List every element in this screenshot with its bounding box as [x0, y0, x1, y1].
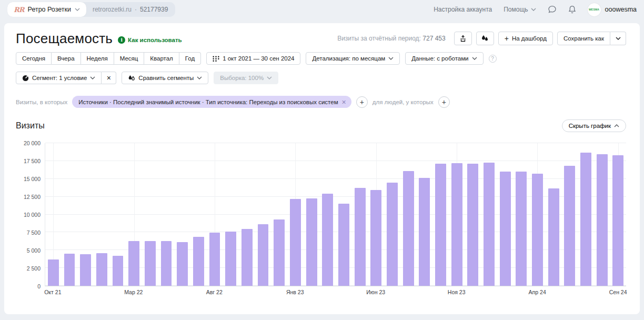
bar[interactable]	[500, 172, 511, 286]
period-preset-button-5[interactable]: Год	[179, 52, 201, 65]
sampling-button[interactable]: Выборка: 100%	[214, 72, 278, 84]
bar[interactable]	[209, 233, 220, 286]
period-preset-button-3[interactable]: Месяц	[114, 52, 145, 65]
x-tick-label: Сен 24	[609, 289, 627, 295]
counter-meta: retrorozetki.ru · 52177939	[86, 6, 175, 13]
bar[interactable]	[451, 163, 462, 286]
date-range-button[interactable]: 1 окт 2021 — 30 сен 2024	[206, 52, 300, 65]
bar[interactable]	[193, 237, 204, 286]
bar[interactable]	[48, 259, 59, 286]
hide-chart-button[interactable]: Скрыть график	[562, 119, 626, 132]
segment-button[interactable]: Сегмент: 1 условие	[16, 72, 102, 84]
bar-slot	[513, 143, 529, 286]
bar-slot	[223, 143, 239, 286]
bar[interactable]	[338, 204, 349, 286]
chevron-down-icon	[388, 57, 394, 60]
y-axis: 02 5005 0007 50010 00012 50015 00017 500…	[16, 143, 45, 286]
bar[interactable]	[580, 153, 591, 286]
bar[interactable]	[370, 190, 381, 286]
compare-segments-button[interactable]: Сравнить сегменты	[122, 72, 208, 84]
bar[interactable]	[113, 256, 124, 286]
filter-chip[interactable]: Источники · Последний значимый источник …	[72, 96, 351, 108]
counter-selector[interactable]: RR Ретро Розетки	[7, 2, 86, 17]
bar[interactable]	[467, 164, 478, 286]
how-to-use-link[interactable]: i Как использовать	[118, 36, 182, 44]
bar[interactable]	[435, 164, 446, 286]
bar-slot	[77, 143, 94, 286]
add-to-dashboard-button[interactable]: + На дашборд	[498, 32, 553, 45]
drops-filled-icon	[481, 35, 489, 42]
bar-slot	[368, 143, 384, 286]
visits-summary-label: Визиты за отчётный период:	[337, 35, 421, 42]
account-settings-link[interactable]: Настройка аккаунта	[434, 6, 492, 13]
x-tick-label: Июн 23	[366, 289, 385, 295]
people-filter-label: для людей, у которых	[373, 99, 434, 105]
bar-slot	[207, 143, 223, 286]
bar[interactable]	[516, 172, 527, 286]
bar[interactable]	[612, 155, 623, 286]
bar[interactable]	[96, 253, 107, 286]
bar[interactable]	[564, 166, 575, 286]
save-as-dropdown-button[interactable]	[610, 32, 626, 45]
report-card: Посещаемость i Как использовать Визиты з…	[4, 23, 640, 314]
bar[interactable]	[225, 232, 236, 286]
add-people-condition-button[interactable]: +	[438, 96, 450, 108]
pie-segment-icon	[22, 75, 29, 82]
bar[interactable]	[597, 154, 608, 286]
segment-controls-row: Сегмент: 1 условие × Сравнить сегменты В…	[16, 72, 626, 84]
compare-reports-button[interactable]	[476, 32, 494, 45]
bar[interactable]	[322, 194, 333, 286]
bar[interactable]	[532, 174, 543, 286]
user-menu[interactable]: WESMA ooowesma	[588, 3, 637, 16]
bell-icon[interactable]	[568, 5, 576, 14]
x-tick-label: Ноя 23	[448, 289, 466, 295]
bar-slot	[352, 143, 368, 286]
period-preset-button-0[interactable]: Сегодня	[16, 52, 52, 65]
bar[interactable]	[355, 188, 366, 286]
segment-clear-button[interactable]: ×	[102, 72, 116, 84]
chat-bubble-icon[interactable]	[548, 5, 557, 14]
close-icon[interactable]: ×	[342, 98, 346, 106]
bar[interactable]	[403, 171, 414, 286]
bar-slot	[465, 143, 481, 286]
y-tick-label: 17 500	[24, 158, 41, 164]
period-preset-button-1[interactable]: Вчера	[52, 52, 80, 65]
bar[interactable]	[274, 219, 285, 286]
chevron-down-icon	[75, 8, 80, 11]
bar[interactable]	[387, 183, 398, 286]
bar[interactable]	[64, 254, 75, 286]
bar[interactable]	[242, 229, 253, 286]
x-tick-label: Окт 21	[44, 289, 61, 295]
bar-slot	[174, 143, 190, 286]
bar[interactable]	[290, 199, 301, 286]
bar[interactable]	[548, 188, 559, 286]
bar[interactable]	[177, 242, 188, 286]
bars	[45, 143, 626, 286]
chevron-down-icon	[267, 76, 272, 79]
bar-slot	[190, 143, 207, 286]
bar[interactable]	[484, 163, 495, 286]
how-to-use-label: Как использовать	[128, 37, 182, 43]
chart-header: Визиты Скрыть график	[16, 119, 626, 132]
bar[interactable]	[80, 254, 91, 286]
export-button[interactable]	[454, 32, 472, 45]
bar[interactable]	[145, 241, 156, 286]
bar[interactable]	[128, 241, 139, 286]
save-as-button[interactable]: Сохранить как	[557, 32, 610, 45]
bar-slot	[319, 143, 336, 286]
add-visits-condition-button[interactable]: +	[356, 96, 368, 108]
question-icon[interactable]: ?	[489, 55, 497, 63]
period-preset-button-2[interactable]: Неделя	[81, 52, 114, 65]
bar-slot	[432, 143, 449, 286]
x-tick-label: Янв 23	[286, 289, 304, 295]
visits-summary-value: 727 453	[422, 35, 445, 42]
help-label: Помощь	[504, 6, 528, 13]
bar[interactable]	[258, 224, 269, 286]
bar[interactable]	[161, 241, 172, 286]
period-preset-button-4[interactable]: Квартал	[144, 52, 179, 65]
help-menu[interactable]: Помощь	[504, 6, 536, 13]
data-mode-button[interactable]: Данные: с роботами	[405, 52, 483, 65]
bar[interactable]	[419, 178, 430, 286]
bar[interactable]	[306, 198, 317, 286]
detail-level-button[interactable]: Детализация: по месяцам	[306, 52, 400, 65]
